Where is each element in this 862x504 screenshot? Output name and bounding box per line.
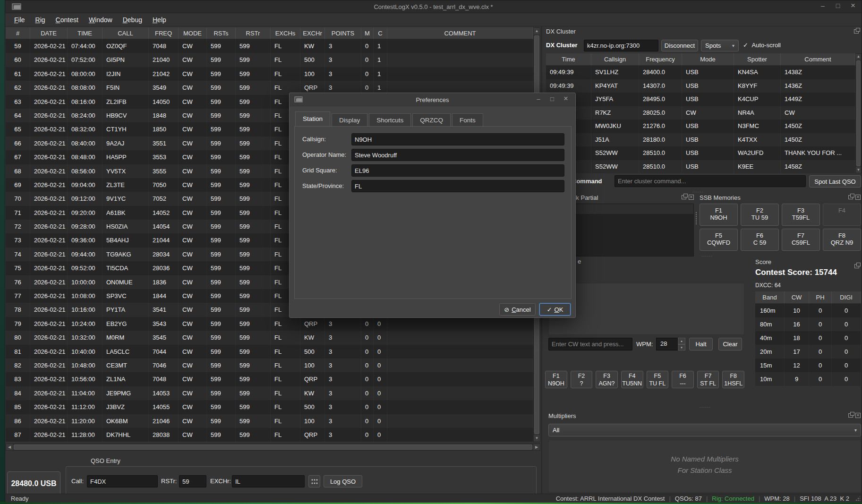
score-row[interactable]: 160m1000 xyxy=(755,304,861,317)
memory-button-f7[interactable]: F7C59FL xyxy=(782,229,820,251)
memory-button-f8[interactable]: F8QRZ N9 xyxy=(823,229,861,251)
tab-station[interactable]: Station xyxy=(295,111,330,126)
column-header[interactable]: Frequency xyxy=(639,53,682,66)
autoscroll-checkbox[interactable]: ✓ Auto-scroll xyxy=(743,42,781,49)
dialog-title-bar[interactable]: Preferences – □ × xyxy=(290,93,575,106)
memory-button-f6[interactable]: F6--- xyxy=(672,371,694,388)
column-header[interactable]: # xyxy=(6,27,30,39)
log-row[interactable]: 852026-02-2111:12:00J3BVZ14055CW599599FL… xyxy=(6,400,533,414)
score-row[interactable]: 15m1200 xyxy=(755,359,861,372)
memory-button-f2[interactable]: F2TU 59 xyxy=(741,204,779,226)
float-panel-icon[interactable] xyxy=(854,264,859,268)
memory-button-f3[interactable]: F3T59FL xyxy=(782,204,820,226)
wpm-spinner[interactable]: 28 ▴ ▾ xyxy=(656,338,685,350)
title-bar[interactable]: ContestLogX v0.5.0 - test_arrl_dx_wve.cl… xyxy=(5,0,862,13)
column-header[interactable]: MODE xyxy=(179,27,207,39)
column-header[interactable]: RSTr xyxy=(236,27,271,39)
spot-last-qso-button[interactable]: Spot Last QSO xyxy=(809,175,861,188)
close-panel-icon[interactable]: × xyxy=(855,413,861,418)
spot-row[interactable]: S52WW28510.0USBK9EE1458Z xyxy=(546,160,855,174)
score-row[interactable]: 80m1600 xyxy=(755,317,861,331)
splitter-handle[interactable]: ······ xyxy=(692,189,704,194)
memory-button-f3[interactable]: F3AGN? xyxy=(596,371,618,388)
scroll-up-icon[interactable]: ▲ xyxy=(534,28,540,34)
log-row[interactable]: 612026-02-2108:00:00I2JIN21042CW599599FL… xyxy=(6,67,533,81)
float-panel-icon[interactable] xyxy=(682,195,686,199)
column-header[interactable]: Comment xyxy=(781,53,855,66)
tab-fonts[interactable]: Fonts xyxy=(452,113,483,126)
close-icon[interactable]: × xyxy=(562,95,570,103)
log-qso-button[interactable]: Log QSO xyxy=(324,475,362,487)
close-icon[interactable]: × xyxy=(849,2,857,9)
score-row[interactable]: 40m1800 xyxy=(755,331,861,345)
call-input[interactable] xyxy=(87,475,158,487)
log-row[interactable]: 792026-02-2110:24:00EB2YG3543CW599599FLQ… xyxy=(6,317,533,331)
keypad-button[interactable] xyxy=(308,475,320,487)
scrollbar-thumb[interactable] xyxy=(856,60,861,166)
spot-row[interactable]: 09:49:39KP4YAT14307.0USBK8YYF1436Z xyxy=(546,79,855,93)
column-header[interactable]: TIME xyxy=(68,27,102,39)
float-panel-icon[interactable] xyxy=(854,29,859,34)
log-row[interactable]: 842026-02-2111:04:00JE9PMG14053CW599599F… xyxy=(6,386,533,400)
float-panel-icon[interactable] xyxy=(848,195,853,199)
memory-button-f5[interactable]: F5TU FL xyxy=(647,371,669,388)
memory-button-f8[interactable]: F81HSFL xyxy=(722,371,744,388)
log-horizontal-scrollbar[interactable]: ◀ ▶ xyxy=(6,444,540,451)
memory-button-f1[interactable]: F1N9OH xyxy=(700,204,738,226)
scroll-up-icon[interactable]: ▲ xyxy=(856,54,861,60)
menu-item-file[interactable]: File xyxy=(9,14,30,26)
cluster-server-input[interactable] xyxy=(584,40,658,51)
menu-item-help[interactable]: Help xyxy=(147,14,171,26)
close-panel-icon[interactable]: × xyxy=(855,195,861,200)
tab-display[interactable]: Display xyxy=(332,113,367,126)
column-header[interactable]: FREQ xyxy=(149,27,179,39)
column-header[interactable]: COMMENT xyxy=(387,27,533,39)
cancel-button[interactable]: ⊘Cancel xyxy=(499,303,536,316)
score-row[interactable]: 10m900 xyxy=(755,372,861,386)
menu-item-rig[interactable]: Rig xyxy=(30,14,51,26)
spots-filter-dropdown[interactable]: Spots ▾ xyxy=(701,40,739,51)
column-header[interactable]: CALL xyxy=(102,27,149,39)
score-row[interactable]: 20m1700 xyxy=(755,345,861,359)
spot-row[interactable]: MW0JKU21276.0USBN3FMC1450Z xyxy=(546,120,855,133)
scrollbar-thumb[interactable] xyxy=(14,444,532,450)
scroll-left-icon[interactable]: ◀ xyxy=(6,444,13,450)
column-header[interactable]: RSTs xyxy=(207,27,236,39)
log-row[interactable]: 592026-02-2107:44:00OZ0QF7048CW599599FLK… xyxy=(6,39,533,53)
scroll-down-icon[interactable]: ▼ xyxy=(534,435,540,442)
spot-row[interactable]: J51A28180.0USBK4TXX1450Z xyxy=(546,133,855,147)
column-header[interactable]: M xyxy=(361,27,374,39)
minimize-icon[interactable]: – xyxy=(535,95,542,103)
log-row[interactable]: 812026-02-2110:40:00LA5CLC7044CW599599FL… xyxy=(6,345,533,359)
maximize-icon[interactable]: □ xyxy=(548,95,556,103)
float-panel-icon[interactable] xyxy=(848,413,853,418)
memory-button-f5[interactable]: F5CQWFD xyxy=(700,229,738,251)
close-panel-icon[interactable]: × xyxy=(689,195,694,200)
field-input-grid-square[interactable] xyxy=(351,164,564,177)
splitter-handle[interactable]: ······ xyxy=(701,254,713,258)
halt-button[interactable]: Halt xyxy=(689,338,713,350)
resize-grip[interactable] xyxy=(855,496,860,501)
memory-button-f4[interactable]: F4 xyxy=(823,204,861,226)
menu-item-contest[interactable]: Contest xyxy=(51,14,84,26)
splitter-handle[interactable] xyxy=(696,212,697,224)
log-row[interactable]: 832026-02-2110:56:00ZL1NA7048CW599599FLQ… xyxy=(6,372,533,386)
ok-button[interactable]: ✓OK xyxy=(539,303,571,316)
spot-row[interactable]: R7KZ28025.0CWNR4ACW xyxy=(546,106,855,120)
spin-down-icon[interactable]: ▾ xyxy=(678,344,685,351)
log-row[interactable]: 602026-02-2107:52:00GI5PN21040CW599599FL… xyxy=(6,53,533,67)
cw-text-input[interactable] xyxy=(548,338,632,350)
memory-button-f4[interactable]: F4TU5NN xyxy=(621,371,643,388)
disconnect-button[interactable]: Disconnect xyxy=(661,40,698,51)
spot-row[interactable]: 09:49:39SV1LHZ28400.0USBKN4SA1438Z xyxy=(546,66,855,79)
column-header[interactable]: DATE xyxy=(30,27,68,39)
column-header[interactable]: Mode xyxy=(682,53,734,66)
scroll-down-icon[interactable]: ▼ xyxy=(856,167,861,173)
memory-button-f7[interactable]: F7ST FL xyxy=(697,371,719,388)
spot-row[interactable]: JY5FA28495.0USBK4CUP1449Z xyxy=(546,93,855,106)
spot-row[interactable]: S52WW28510.0USBWA2UFDTHANK YOU FOR ... xyxy=(546,146,855,160)
memory-button-f2[interactable]: F2? xyxy=(571,371,593,388)
field-input-state-province[interactable] xyxy=(351,180,564,192)
column-header[interactable]: EXCHs xyxy=(271,27,300,39)
maximize-icon[interactable]: □ xyxy=(834,2,842,9)
